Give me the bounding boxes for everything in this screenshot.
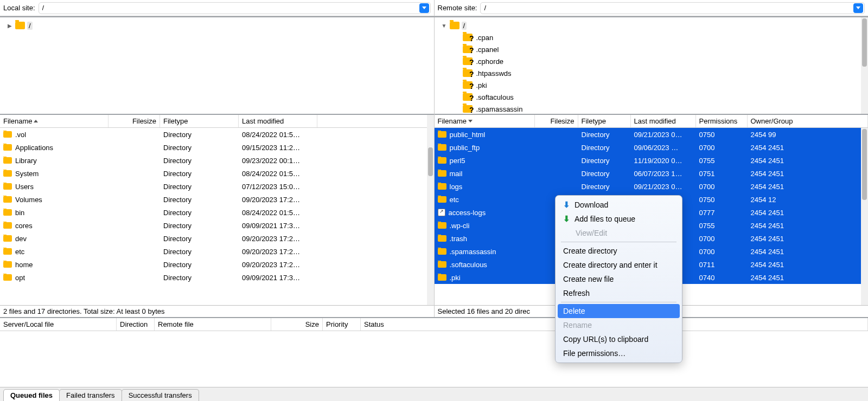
local-col-filesize[interactable]: Filesize — [108, 115, 160, 127]
ctx-refresh[interactable]: Refresh — [558, 286, 680, 300]
table-row[interactable]: public_ftpDirectory09/06/2023 …07002454 … — [435, 141, 869, 154]
local-site-label: Local site: — [3, 4, 35, 12]
table-row[interactable]: public_htmlDirectory09/21/2023 0…0750245… — [435, 128, 869, 141]
disclosure-down-icon[interactable]: ▼ — [441, 23, 448, 29]
table-row[interactable]: etcDirectory09/20/2023 17:2… — [0, 245, 434, 258]
ctx-delete[interactable]: Delete — [558, 304, 680, 318]
remote-col-filename[interactable]: Filename — [435, 115, 535, 127]
folder-icon — [450, 22, 459, 29]
table-row[interactable]: optDirectory09/09/2021 17:3… — [0, 271, 434, 284]
local-site-input-wrap[interactable] — [39, 2, 431, 14]
disclosure-right-icon[interactable]: ▶ — [7, 23, 13, 29]
ctx-copy-url[interactable]: Copy URL(s) to clipboard — [558, 332, 680, 346]
table-row[interactable]: ApplicationsDirectory09/15/2023 11:2… — [0, 141, 434, 154]
file-permissions: 0755 — [699, 222, 715, 230]
tab-queued-files[interactable]: Queued files — [3, 389, 60, 401]
local-file-list[interactable]: Filename Filesize Filetype Last modified… — [0, 115, 434, 305]
local-col-filename[interactable]: Filename — [0, 115, 108, 127]
file-type: Directory — [163, 170, 192, 178]
file-permissions: 0700 — [699, 248, 715, 256]
remote-tree-item[interactable]: .softaculous — [435, 91, 869, 103]
queue-body[interactable] — [0, 331, 868, 387]
table-row[interactable]: .volDirectory08/24/2022 01:5… — [0, 128, 434, 141]
remote-col-permissions[interactable]: Permissions — [696, 115, 748, 127]
file-modified: 06/07/2023 1… — [634, 170, 682, 178]
chevron-down-icon — [856, 7, 860, 9]
app-root: Local site: Remote site: ▶ / — [0, 0, 868, 401]
remote-site-input-wrap[interactable] — [480, 2, 865, 14]
ctx-file-permissions[interactable]: File permissions… — [558, 346, 680, 360]
table-row[interactable]: binDirectory08/24/2022 01:5… — [0, 206, 434, 219]
tab-successful-transfers[interactable]: Successful transfers — [122, 389, 199, 401]
folder-icon — [438, 170, 446, 177]
remote-tree-scrollbar[interactable] — [861, 17, 868, 114]
local-col-filetype[interactable]: Filetype — [160, 115, 239, 127]
table-row[interactable]: LibraryDirectory09/23/2022 00:1… — [0, 154, 434, 167]
local-tree-root[interactable]: ▶ / — [0, 20, 434, 31]
table-row[interactable]: perl5Directory11/19/2020 0…07552454 2451 — [435, 154, 869, 167]
table-row[interactable]: mailDirectory06/07/2023 1…07512454 2451 — [435, 167, 869, 180]
table-row[interactable]: UsersDirectory07/12/2023 15:0… — [0, 180, 434, 193]
remote-tree-item[interactable]: .pki — [435, 79, 869, 91]
download-icon: ⬇ — [563, 200, 570, 210]
remote-site-input[interactable] — [484, 4, 853, 12]
file-permissions: 0700 — [699, 144, 715, 152]
folder-icon — [3, 196, 12, 203]
folder-icon — [3, 248, 12, 255]
folder-icon — [438, 131, 446, 138]
table-row[interactable]: logsDirectory09/21/2023 0…07002454 2451 — [435, 180, 869, 193]
tab-failed-transfers[interactable]: Failed transfers — [59, 389, 122, 401]
remote-tree-item[interactable]: .htpasswds — [435, 67, 869, 79]
remote-tree-item[interactable]: .cphorde — [435, 55, 869, 67]
remote-tree[interactable]: ▼ / .cpan.cpanel.cphorde.htpasswds.pki.s… — [435, 17, 869, 115]
file-owner: 2454 2451 — [751, 222, 784, 230]
queue-col-size[interactable]: Size — [271, 318, 323, 331]
local-tree[interactable]: ▶ / — [0, 17, 434, 115]
queue-col-localfile[interactable]: Server/Local file — [0, 318, 117, 331]
file-name: logs — [450, 183, 463, 191]
file-modified: 08/24/2022 01:5… — [242, 131, 300, 139]
queue-col-remotefile[interactable]: Remote file — [155, 318, 271, 331]
local-list-scrollbar[interactable] — [427, 115, 434, 305]
table-row[interactable]: homeDirectory09/20/2023 17:2… — [0, 258, 434, 271]
chevron-down-icon — [422, 7, 426, 9]
remote-tree-root[interactable]: ▼ / — [435, 20, 869, 31]
table-row[interactable]: coresDirectory09/09/2021 17:3… — [0, 219, 434, 232]
remote-col-owner[interactable]: Owner/Group — [748, 115, 869, 127]
file-modified: 09/20/2023 17:2… — [242, 261, 300, 269]
table-row[interactable]: devDirectory09/20/2023 17:2… — [0, 232, 434, 245]
local-site-input[interactable] — [42, 4, 419, 12]
file-name: perl5 — [450, 157, 465, 165]
remote-tree-item[interactable]: .cpanel — [435, 43, 869, 55]
ctx-add-to-queue[interactable]: ⬇Add files to queue — [558, 212, 680, 226]
remote-col-filetype[interactable]: Filetype — [578, 115, 631, 127]
file-name: .softaculous — [450, 261, 487, 269]
remote-tree-item[interactable]: .cpan — [435, 31, 869, 43]
ctx-create-directory-enter[interactable]: Create directory and enter it — [558, 258, 680, 272]
tree-item-label: .spamassassin — [475, 105, 525, 113]
folder-icon — [3, 170, 12, 177]
folder-icon — [3, 222, 12, 229]
folder-icon — [438, 222, 446, 229]
ctx-create-directory[interactable]: Create directory — [558, 244, 680, 258]
middle-panes: ▶ / Filename Filesize Filetype Last modi… — [0, 16, 868, 317]
remote-list-scrollbar[interactable] — [861, 128, 868, 305]
folder-unknown-icon — [463, 93, 473, 101]
queue-col-direction[interactable]: Direction — [117, 318, 155, 331]
ctx-separator — [561, 242, 676, 242]
remote-col-modified[interactable]: Last modified — [631, 115, 696, 127]
local-col-modified[interactable]: Last modified — [239, 115, 317, 127]
local-site-dropdown-button[interactable] — [419, 3, 429, 13]
table-row[interactable]: VolumesDirectory09/20/2023 17:2… — [0, 193, 434, 206]
remote-col-filesize[interactable]: Filesize — [535, 115, 578, 127]
queue-col-priority[interactable]: Priority — [323, 318, 361, 331]
file-type: Directory — [163, 248, 192, 256]
file-permissions: 0755 — [699, 157, 715, 165]
file-type: Directory — [163, 235, 192, 243]
ctx-create-file[interactable]: Create new file — [558, 272, 680, 286]
ctx-download[interactable]: ⬇Download — [558, 198, 680, 212]
remote-site-dropdown-button[interactable] — [853, 3, 863, 13]
file-permissions: 0711 — [699, 261, 715, 269]
remote-tree-item[interactable]: .spamassassin — [435, 103, 869, 115]
table-row[interactable]: SystemDirectory08/24/2022 01:5… — [0, 167, 434, 180]
